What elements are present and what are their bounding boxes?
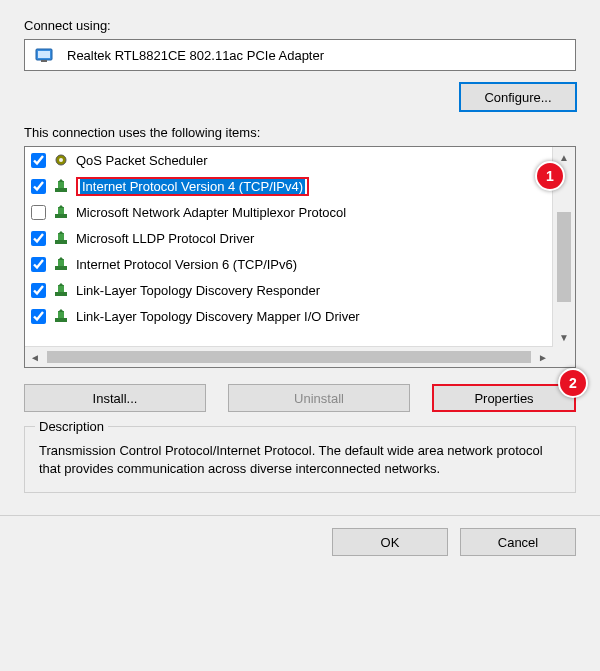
list-item[interactable]: Link-Layer Topology Discovery Responder — [25, 277, 553, 303]
cancel-button[interactable]: Cancel — [460, 528, 576, 556]
items-label: This connection uses the following items… — [24, 125, 576, 140]
svg-rect-14 — [58, 285, 64, 292]
svg-rect-7 — [55, 214, 67, 218]
scroll-left-icon[interactable]: ◄ — [25, 347, 45, 367]
svg-rect-1 — [38, 51, 50, 58]
protocol-icon — [52, 256, 70, 272]
svg-rect-13 — [55, 292, 67, 296]
list-item[interactable]: Internet Protocol Version 4 (TCP/IPv4) — [25, 173, 553, 199]
svg-rect-11 — [55, 266, 67, 270]
scroll-down-icon[interactable]: ▼ — [553, 327, 575, 347]
callout-2: 2 — [558, 368, 588, 398]
scroll-thumb[interactable] — [557, 212, 571, 302]
protocol-icon — [52, 204, 70, 220]
item-checkbox[interactable] — [31, 179, 46, 194]
item-checkbox[interactable] — [31, 283, 46, 298]
item-label: Link-Layer Topology Discovery Responder — [76, 283, 320, 298]
callout-1: 1 — [535, 161, 565, 191]
item-checkbox[interactable] — [31, 309, 46, 324]
svg-rect-8 — [58, 207, 64, 214]
item-label: Microsoft Network Adapter Multiplexor Pr… — [76, 205, 346, 220]
scroll-right-icon[interactable]: ► — [533, 347, 553, 367]
adapter-field: Realtek RTL8821CE 802.11ac PCIe Adapter — [24, 39, 576, 71]
adapter-name: Realtek RTL8821CE 802.11ac PCIe Adapter — [67, 48, 324, 63]
description-text: Transmission Control Protocol/Internet P… — [39, 442, 561, 478]
protocol-icon — [52, 230, 70, 246]
item-label: Microsoft LLDP Protocol Driver — [76, 231, 254, 246]
item-checkbox[interactable] — [31, 153, 46, 168]
svg-rect-16 — [58, 311, 64, 318]
list-item[interactable]: Link-Layer Topology Discovery Mapper I/O… — [25, 303, 553, 329]
horizontal-scrollbar[interactable]: ◄ ► — [25, 346, 553, 367]
item-checkbox[interactable] — [31, 205, 46, 220]
svg-rect-15 — [55, 318, 67, 322]
svg-rect-6 — [58, 181, 64, 188]
svg-rect-12 — [58, 259, 64, 266]
protocol-icon — [52, 282, 70, 298]
item-checkbox[interactable] — [31, 257, 46, 272]
item-checkbox[interactable] — [31, 231, 46, 246]
install-button[interactable]: Install... — [24, 384, 206, 412]
selection-highlight: Internet Protocol Version 4 (TCP/IPv4) — [76, 177, 309, 196]
item-label: Link-Layer Topology Discovery Mapper I/O… — [76, 309, 360, 324]
item-label: Internet Protocol Version 4 (TCP/IPv4) — [80, 179, 305, 194]
description-group: Description Transmission Control Protoco… — [24, 426, 576, 493]
list-item[interactable]: Microsoft Network Adapter Multiplexor Pr… — [25, 199, 553, 225]
protocol-icon — [52, 308, 70, 324]
item-label: Internet Protocol Version 6 (TCP/IPv6) — [76, 257, 297, 272]
protocol-icon — [52, 178, 70, 194]
description-title: Description — [35, 419, 108, 434]
configure-button[interactable]: Configure... — [460, 83, 576, 111]
items-listbox[interactable]: QoS Packet SchedulerInternet Protocol Ve… — [24, 146, 576, 368]
gear-icon — [52, 152, 70, 168]
item-label: QoS Packet Scheduler — [76, 153, 208, 168]
svg-rect-9 — [55, 240, 67, 244]
hscroll-thumb[interactable] — [47, 351, 531, 363]
svg-rect-2 — [41, 60, 47, 62]
svg-rect-5 — [55, 188, 67, 192]
properties-button[interactable]: Properties — [432, 384, 576, 412]
list-item[interactable]: Microsoft LLDP Protocol Driver — [25, 225, 553, 251]
svg-rect-10 — [58, 233, 64, 240]
uninstall-button: Uninstall — [228, 384, 410, 412]
list-item[interactable]: Internet Protocol Version 6 (TCP/IPv6) — [25, 251, 553, 277]
list-item[interactable]: QoS Packet Scheduler — [25, 147, 553, 173]
svg-point-4 — [59, 158, 63, 162]
network-adapter-icon — [35, 46, 57, 64]
connect-using-label: Connect using: — [24, 18, 576, 33]
ok-button[interactable]: OK — [332, 528, 448, 556]
